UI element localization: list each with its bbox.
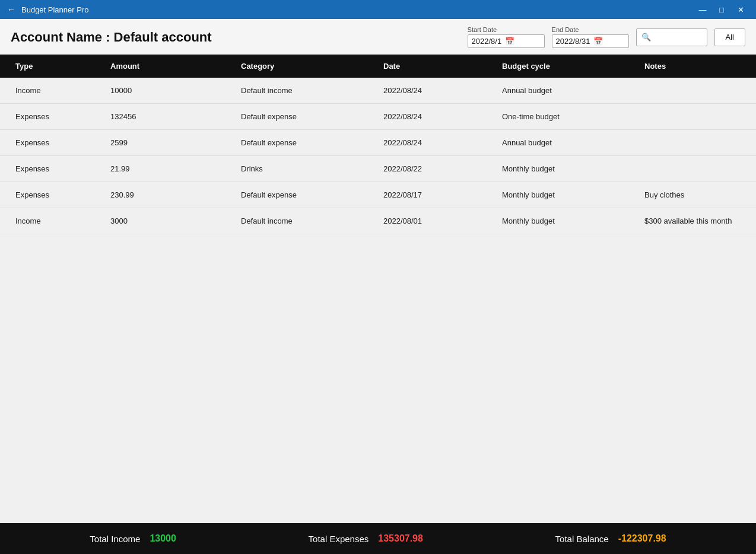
col-header-amount: Amount <box>106 55 236 78</box>
table-cell-category: Default expense <box>236 130 379 155</box>
table-cell-date: 2022/08/01 <box>379 208 497 234</box>
table-row[interactable]: Expenses132456Default expense2022/08/24O… <box>0 104 756 130</box>
table-cell-budget-cycle: Annual budget <box>497 78 640 103</box>
end-date-value: 2022/8/31 <box>556 37 590 46</box>
table-cell-budget-cycle: Monthly budget <box>497 156 640 182</box>
table-cell-date: 2022/08/22 <box>379 156 497 182</box>
title-bar: ← Budget Planner Pro — □ ✕ <box>0 0 756 19</box>
table-header: Type Amount Category Date Budget cycle N… <box>0 55 756 78</box>
table-cell-budget-cycle: Annual budget <box>497 130 640 155</box>
table-body: Income10000Default income2022/08/24Annua… <box>0 78 756 523</box>
back-button[interactable]: ← <box>7 5 15 14</box>
header-area: Account Name : Default account Start Dat… <box>0 19 756 55</box>
total-expenses-item: Total Expenses 135307.98 <box>309 533 423 544</box>
total-expenses-value: 135307.98 <box>378 533 423 544</box>
total-balance-value: -122307.98 <box>618 533 666 544</box>
table-cell-amount: 230.99 <box>106 182 236 208</box>
table-cell-amount: 3000 <box>106 208 236 234</box>
table-cell-date: 2022/08/24 <box>379 104 497 129</box>
start-date-calendar-icon[interactable]: 📅 <box>505 37 514 46</box>
table-cell-amount: 2599 <box>106 130 236 155</box>
end-date-field: End Date 2022/8/31 📅 <box>552 26 629 48</box>
total-income-item: Total Income 13000 <box>90 533 176 544</box>
table-cell-date: 2022/08/17 <box>379 182 497 208</box>
title-bar-left: ← Budget Planner Pro <box>7 5 88 14</box>
search-box[interactable]: 🔍 <box>636 28 707 46</box>
start-date-label: Start Date <box>468 26 545 33</box>
end-date-input[interactable]: 2022/8/31 📅 <box>552 34 629 48</box>
end-date-label: End Date <box>552 26 629 33</box>
start-date-field: Start Date 2022/8/1 📅 <box>468 26 545 48</box>
filter-button[interactable]: All <box>714 28 745 46</box>
total-balance-label: Total Balance <box>555 534 609 544</box>
table-cell-notes: $300 available this month <box>640 208 745 234</box>
close-button[interactable]: ✕ <box>732 1 749 18</box>
table-cell-notes: Buy clothes <box>640 182 745 208</box>
maximize-button[interactable]: □ <box>713 1 730 18</box>
table-cell-notes <box>640 156 745 182</box>
table-cell-type: Expenses <box>11 130 106 155</box>
table-cell-amount: 132456 <box>106 104 236 129</box>
col-header-category: Category <box>236 55 379 78</box>
table-cell-type: Income <box>11 208 106 234</box>
window-controls: — □ ✕ <box>694 1 749 18</box>
table-cell-budget-cycle: Monthly budget <box>497 182 640 208</box>
minimize-button[interactable]: — <box>694 1 711 18</box>
table-cell-category: Default income <box>236 78 379 103</box>
total-income-label: Total Income <box>90 534 140 544</box>
col-header-date: Date <box>379 55 497 78</box>
col-header-notes: Notes <box>640 55 745 78</box>
table-cell-amount: 10000 <box>106 78 236 103</box>
table-cell-type: Expenses <box>11 104 106 129</box>
start-date-value: 2022/8/1 <box>472 37 502 46</box>
table-row[interactable]: Income10000Default income2022/08/24Annua… <box>0 78 756 104</box>
date-group: Start Date 2022/8/1 📅 End Date 2022/8/31… <box>468 26 629 48</box>
footer: Total Income 13000 Total Expenses 135307… <box>0 523 756 554</box>
table-cell-amount: 21.99 <box>106 156 236 182</box>
header-controls: Start Date 2022/8/1 📅 End Date 2022/8/31… <box>468 26 745 48</box>
search-icon: 🔍 <box>641 33 651 42</box>
app-title: Budget Planner Pro <box>21 5 88 14</box>
table-cell-budget-cycle: One-time budget <box>497 104 640 129</box>
table-cell-date: 2022/08/24 <box>379 130 497 155</box>
table-row[interactable]: Expenses230.99Default expense2022/08/17M… <box>0 182 756 208</box>
table-cell-category: Default expense <box>236 104 379 129</box>
table-cell-category: Default income <box>236 208 379 234</box>
table-row[interactable]: Expenses2599Default expense2022/08/24Ann… <box>0 130 756 156</box>
table-cell-date: 2022/08/24 <box>379 78 497 103</box>
end-date-calendar-icon[interactable]: 📅 <box>593 37 603 46</box>
table-cell-notes <box>640 104 745 129</box>
col-header-type: Type <box>11 55 106 78</box>
total-expenses-label: Total Expenses <box>309 534 369 544</box>
table-cell-notes <box>640 130 745 155</box>
account-title: Account Name : Default account <box>11 30 212 45</box>
table-cell-budget-cycle: Monthly budget <box>497 208 640 234</box>
col-header-budget-cycle: Budget cycle <box>497 55 640 78</box>
table-row[interactable]: Income3000Default income2022/08/01Monthl… <box>0 208 756 234</box>
table-cell-category: Drinks <box>236 156 379 182</box>
table-cell-type: Expenses <box>11 156 106 182</box>
table-cell-type: Income <box>11 78 106 103</box>
table-cell-type: Expenses <box>11 182 106 208</box>
table-cell-notes <box>640 78 745 103</box>
total-income-value: 13000 <box>150 533 176 544</box>
start-date-input[interactable]: 2022/8/1 📅 <box>468 34 545 48</box>
table-row[interactable]: Expenses21.99Drinks2022/08/22Monthly bud… <box>0 156 756 182</box>
table-cell-category: Default expense <box>236 182 379 208</box>
total-balance-item: Total Balance -122307.98 <box>555 533 666 544</box>
